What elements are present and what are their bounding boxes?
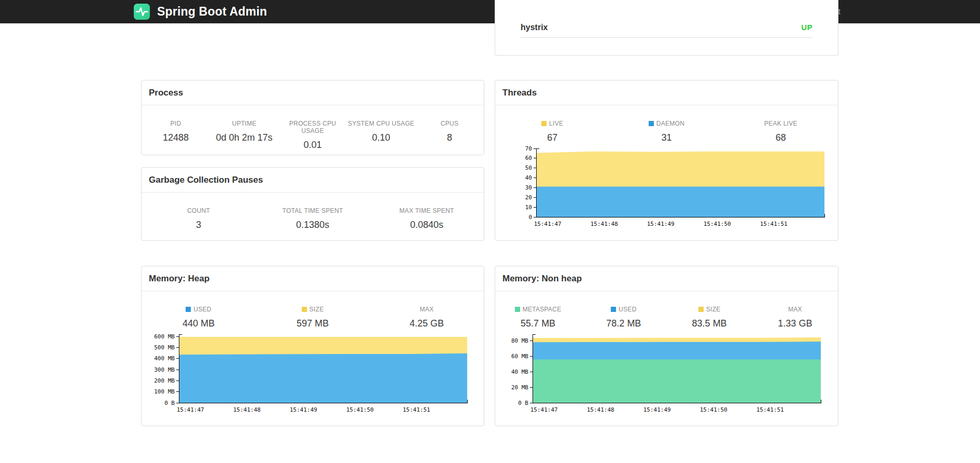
stat-pid: PID 12488 bbox=[142, 120, 210, 151]
svg-text:100 MB: 100 MB bbox=[154, 388, 175, 395]
legend-peak-live-value: 68 bbox=[724, 132, 838, 143]
svg-text:15:41:48: 15:41:48 bbox=[233, 406, 261, 413]
svg-text:15:41:47: 15:41:47 bbox=[530, 406, 558, 413]
legend-heap-used: USED 440 MB bbox=[142, 306, 256, 329]
nonheap-legend: METASPACE 55.7 MB USED 78.2 MB SIZE 83.5… bbox=[495, 291, 838, 329]
memory-heap-panel-title: Memory: Heap bbox=[142, 266, 484, 291]
svg-text:300 MB: 300 MB bbox=[154, 366, 175, 373]
gc-stats: COUNT 3 TOTAL TIME SPENT 0.1380s MAX TIM… bbox=[142, 193, 484, 230]
svg-text:40 MB: 40 MB bbox=[511, 369, 528, 375]
svg-text:15:41:49: 15:41:49 bbox=[647, 221, 675, 227]
legend-nonheap-used: USED 78.2 MB bbox=[581, 306, 666, 329]
threads-panel: Threads LIVE 67 DAEMON 31 PEAK LIVE 68 0… bbox=[495, 80, 838, 241]
svg-text:200 MB: 200 MB bbox=[154, 377, 175, 384]
svg-text:600 MB: 600 MB bbox=[154, 333, 175, 340]
legend-live: LIVE 67 bbox=[495, 120, 609, 143]
stat-gc-max-time-value: 0.0840s bbox=[370, 220, 484, 230]
svg-text:80 MB: 80 MB bbox=[511, 337, 528, 344]
legend-nonheap-used-value: 78.2 MB bbox=[581, 318, 666, 329]
stat-system-cpu: SYSTEM CPU USAGE 0.10 bbox=[347, 120, 415, 151]
svg-text:15:41:49: 15:41:49 bbox=[290, 406, 317, 413]
stat-system-cpu-value: 0.10 bbox=[347, 132, 415, 143]
svg-text:0 B: 0 B bbox=[164, 400, 175, 406]
stat-gc-total-time-label: TOTAL TIME SPENT bbox=[282, 207, 343, 214]
stat-cpus-label: CPUS bbox=[441, 120, 459, 127]
svg-text:400 MB: 400 MB bbox=[154, 355, 175, 362]
stat-cpus: CPUS 8 bbox=[415, 120, 484, 151]
svg-text:60: 60 bbox=[525, 155, 532, 161]
stat-gc-count-value: 3 bbox=[142, 220, 256, 230]
legend-heap-used-label: USED bbox=[193, 306, 212, 313]
memory-nonheap-panel-title: Memory: Non heap bbox=[495, 266, 838, 291]
svg-text:10: 10 bbox=[525, 204, 532, 211]
stat-pid-label: PID bbox=[171, 120, 181, 127]
legend-nonheap-max: MAX 1.33 GB bbox=[752, 306, 838, 329]
daemon-legend-swatch-icon bbox=[649, 121, 654, 126]
application-status-badge: UP bbox=[801, 23, 813, 32]
svg-text:15:41:50: 15:41:50 bbox=[346, 406, 374, 413]
svg-text:15:41:50: 15:41:50 bbox=[700, 406, 727, 413]
svg-text:15:41:50: 15:41:50 bbox=[704, 221, 731, 227]
svg-text:500 MB: 500 MB bbox=[154, 344, 175, 351]
stat-process-cpu-label: PROCESS CPU USAGE bbox=[278, 120, 347, 134]
heap-legend: USED 440 MB SIZE 597 MB MAX 4.25 GB bbox=[142, 291, 484, 329]
legend-nonheap-size-value: 83.5 MB bbox=[667, 318, 752, 329]
nonheap-used-legend-swatch-icon bbox=[611, 307, 616, 312]
legend-heap-max-label: MAX bbox=[420, 306, 434, 313]
svg-text:20 MB: 20 MB bbox=[511, 384, 528, 391]
svg-text:70: 70 bbox=[525, 145, 532, 152]
legend-heap-size-value: 597 MB bbox=[256, 318, 370, 329]
gc-panel-title: Garbage Collection Pauses bbox=[142, 168, 484, 193]
svg-text:15:41:51: 15:41:51 bbox=[760, 221, 788, 227]
stat-pid-value: 12488 bbox=[142, 132, 210, 143]
stat-uptime-value: 0d 0h 2m 17s bbox=[210, 132, 278, 143]
memory-nonheap-chart: 0 B20 MB40 MB60 MB80 MB15:41:4715:41:481… bbox=[503, 330, 825, 416]
svg-text:15:41:51: 15:41:51 bbox=[757, 406, 784, 413]
legend-live-label: LIVE bbox=[549, 120, 563, 127]
svg-text:15:41:47: 15:41:47 bbox=[534, 221, 562, 227]
heap-size-legend-swatch-icon bbox=[302, 307, 307, 312]
svg-text:60 MB: 60 MB bbox=[511, 353, 528, 360]
memory-heap-chart: 0 B100 MB200 MB300 MB400 MB500 MB600 MB1… bbox=[150, 330, 471, 416]
legend-live-value: 67 bbox=[495, 132, 609, 143]
svg-text:15:41:49: 15:41:49 bbox=[643, 406, 671, 413]
process-panel-title: Process bbox=[142, 80, 484, 105]
gc-panel: Garbage Collection Pauses COUNT 3 TOTAL … bbox=[141, 167, 484, 241]
heap-used-legend-swatch-icon bbox=[186, 307, 191, 312]
stat-gc-total-time: TOTAL TIME SPENT 0.1380s bbox=[256, 207, 370, 230]
svg-text:15:41:51: 15:41:51 bbox=[403, 406, 430, 413]
threads-chart: 01020304050607015:41:4715:41:4815:41:491… bbox=[507, 144, 829, 230]
nonheap-size-legend-swatch-icon bbox=[698, 307, 704, 312]
svg-text:50: 50 bbox=[525, 165, 532, 171]
stat-cpus-value: 8 bbox=[415, 132, 484, 143]
memory-nonheap-panel: Memory: Non heap METASPACE 55.7 MB USED … bbox=[495, 266, 838, 426]
svg-text:40: 40 bbox=[525, 174, 532, 181]
legend-nonheap-max-value: 1.33 GB bbox=[752, 318, 838, 329]
legend-nonheap-size-label: SIZE bbox=[706, 306, 721, 313]
svg-text:0: 0 bbox=[528, 214, 532, 221]
svg-text:30: 30 bbox=[525, 184, 532, 191]
brand[interactable]: Spring Boot Admin bbox=[133, 3, 267, 20]
legend-heap-size-label: SIZE bbox=[310, 306, 324, 313]
applications-status-panel: hystrix UP bbox=[495, 0, 838, 56]
legend-heap-max: MAX 4.25 GB bbox=[370, 306, 484, 329]
threads-legend: LIVE 67 DAEMON 31 PEAK LIVE 68 bbox=[495, 105, 838, 143]
svg-text:15:41:48: 15:41:48 bbox=[587, 406, 614, 413]
stat-system-cpu-label: SYSTEM CPU USAGE bbox=[348, 120, 414, 127]
stat-uptime: UPTIME 0d 0h 2m 17s bbox=[210, 120, 278, 151]
legend-daemon-value: 31 bbox=[609, 132, 723, 143]
stat-gc-total-time-value: 0.1380s bbox=[256, 220, 370, 230]
stat-gc-count: COUNT 3 bbox=[142, 207, 256, 230]
stat-uptime-label: UPTIME bbox=[232, 120, 256, 127]
stat-gc-max-time-label: MAX TIME SPENT bbox=[399, 207, 454, 214]
legend-nonheap-used-label: USED bbox=[619, 306, 637, 313]
legend-heap-used-value: 440 MB bbox=[142, 318, 256, 329]
legend-daemon: DAEMON 31 bbox=[609, 120, 723, 143]
legend-nonheap-size: SIZE 83.5 MB bbox=[667, 306, 752, 329]
brand-title: Spring Boot Admin bbox=[157, 5, 267, 19]
legend-peak-live-label: PEAK LIVE bbox=[764, 120, 797, 127]
application-name[interactable]: hystrix bbox=[521, 23, 548, 32]
threads-panel-title: Threads bbox=[495, 80, 838, 105]
application-row[interactable]: hystrix UP bbox=[521, 0, 813, 38]
legend-metaspace: METASPACE 55.7 MB bbox=[495, 306, 581, 329]
